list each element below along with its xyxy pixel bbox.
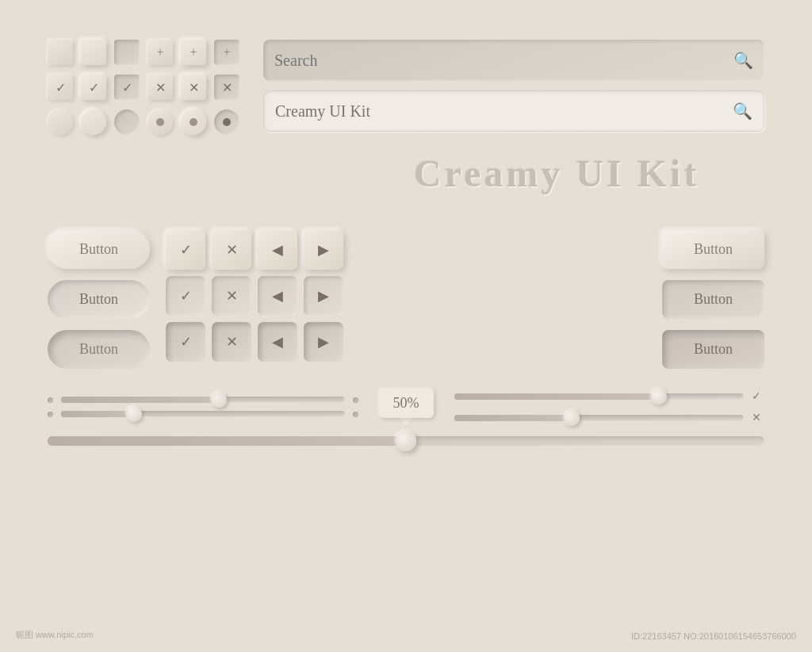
slider-dot-2a [48, 412, 53, 417]
slider-check-indicator: ✓ [752, 389, 764, 403]
title-section: Creamy UI Kit [349, 155, 764, 193]
icon-btn-right-r3[interactable]: ▶ [304, 322, 343, 362]
cb-check-inset[interactable]: ✓ [114, 75, 140, 100]
checkbox-row-checked: ✓ ✓ ✓ ✕ ✕ ✕ [48, 75, 239, 100]
icon-btn-check-r3[interactable]: ✓ [166, 322, 205, 362]
kit-title: Creamy UI Kit [349, 155, 764, 193]
search-box-empty[interactable]: 🔍 [263, 40, 764, 81]
cb-empty-inset[interactable] [114, 40, 140, 65]
button-rect-deep[interactable]: Button [662, 330, 764, 369]
radio-flat-1[interactable] [48, 109, 73, 135]
radio-row [48, 109, 239, 135]
slider-row-1 [48, 397, 358, 403]
icon-btn-x-r3[interactable]: ✕ [212, 322, 251, 362]
full-slider-wrap[interactable] [48, 436, 764, 446]
slider-dot-2b [353, 412, 358, 417]
icon-btn-left-r1[interactable]: ◀ [258, 230, 297, 270]
cb-check-flat-1[interactable]: ✓ [48, 75, 73, 100]
slider-thumb-4[interactable] [564, 410, 580, 426]
slider-track-3[interactable] [454, 393, 745, 400]
icon-buttons-grid: ✓ ✕ ◀ ▶ ✓ ✕ ◀ ▶ ✓ ✕ ◀ ▶ [166, 230, 343, 362]
radio-dot-flat-1[interactable] [147, 109, 173, 135]
rect-buttons-col: Button Button Button [662, 230, 764, 369]
cb-x-flat-2[interactable]: ✕ [181, 75, 206, 100]
search-panel: 🔍 🔍 [263, 40, 764, 135]
icon-btn-x-r2[interactable]: ✕ [212, 276, 251, 316]
radio-inset[interactable] [114, 109, 140, 135]
search-box-filled[interactable]: 🔍 [263, 90, 764, 132]
icon-btn-right-r1[interactable]: ▶ [304, 230, 343, 270]
cb-empty-flat-1[interactable] [48, 40, 73, 65]
slider-thumb-2[interactable] [126, 406, 142, 422]
tooltip-arrow [400, 417, 412, 425]
cb-plus-inset[interactable]: + [214, 40, 239, 65]
button-pill-raised[interactable]: Button [48, 230, 150, 269]
button-rect-pressed[interactable]: Button [662, 280, 764, 319]
pill-buttons-col: Button Button Button [48, 230, 150, 369]
button-pill-deep[interactable]: Button [48, 330, 150, 369]
full-slider-thumb[interactable] [396, 431, 416, 451]
radio-dot-active[interactable] [214, 109, 239, 135]
slider-track-4[interactable] [454, 415, 745, 421]
watermark-left: 昵图 www.nipic.com [16, 629, 94, 641]
pct-tooltip-wrap: 50% [379, 389, 434, 425]
cb-check-flat-2[interactable]: ✓ [81, 75, 106, 100]
cb-plus-flat-1[interactable]: + [147, 40, 173, 65]
slider-track-1[interactable] [61, 397, 345, 403]
slider-row-2 [48, 411, 358, 417]
slider-row-3: ✓ [454, 389, 765, 403]
slider-right-group: ✓ ✕ [454, 389, 765, 424]
icon-btn-check-r1[interactable]: ✓ [166, 230, 205, 270]
radio-flat-2[interactable] [81, 109, 106, 135]
top-row: + + + ✓ ✓ ✓ ✕ ✕ ✕ [48, 40, 764, 135]
icon-btn-x-r1[interactable]: ✕ [212, 230, 251, 270]
slider-x-indicator: ✕ [752, 411, 764, 424]
slider-thumb-1[interactable] [211, 392, 227, 408]
search-icon-filled: 🔍 [733, 102, 753, 121]
slider-dot-1a [48, 397, 53, 403]
icon-btn-check-r2[interactable]: ✓ [166, 276, 205, 316]
cb-empty-flat-2[interactable] [81, 40, 106, 65]
slider-row-4: ✕ [454, 411, 765, 424]
button-rect-raised[interactable]: Button [662, 230, 764, 269]
icon-btn-left-r3[interactable]: ◀ [258, 322, 297, 362]
cb-plus-flat-2[interactable]: + [181, 40, 206, 65]
watermark-right: ID:22163457 NO:20160106154653766000 [631, 631, 796, 641]
icon-btn-left-r2[interactable]: ◀ [258, 276, 297, 316]
slider-track-2[interactable] [61, 411, 345, 417]
button-pill-pressed[interactable]: Button [48, 280, 150, 319]
search-input-filled[interactable] [275, 102, 733, 121]
sliders-dual-row: 50% ✓ ✕ [48, 389, 764, 425]
search-input-empty[interactable] [274, 52, 733, 70]
cb-x-inset[interactable]: ✕ [214, 75, 239, 100]
icon-btn-right-r2[interactable]: ▶ [304, 276, 343, 316]
slider-thumb-3[interactable] [651, 389, 667, 405]
slider-left-group [48, 397, 358, 417]
pct-tooltip: 50% [379, 389, 434, 418]
slider-dot-1b [353, 397, 358, 403]
buttons-section: Button Button Button ✓ ✕ ◀ ▶ ✓ ✕ ◀ ▶ ✓ ✕… [48, 230, 764, 369]
cb-x-flat-1[interactable]: ✕ [147, 75, 173, 100]
radio-dot-flat-2[interactable] [181, 109, 206, 135]
search-icon-empty: 🔍 [733, 51, 753, 70]
checkbox-row-empty: + + + [48, 40, 239, 65]
controls-panel: + + + ✓ ✓ ✓ ✕ ✕ ✕ [48, 40, 239, 135]
sliders-section: 50% ✓ ✕ [48, 389, 764, 446]
full-slider-fill [48, 436, 406, 446]
page-container: + + + ✓ ✓ ✓ ✕ ✕ ✕ [0, 0, 812, 652]
